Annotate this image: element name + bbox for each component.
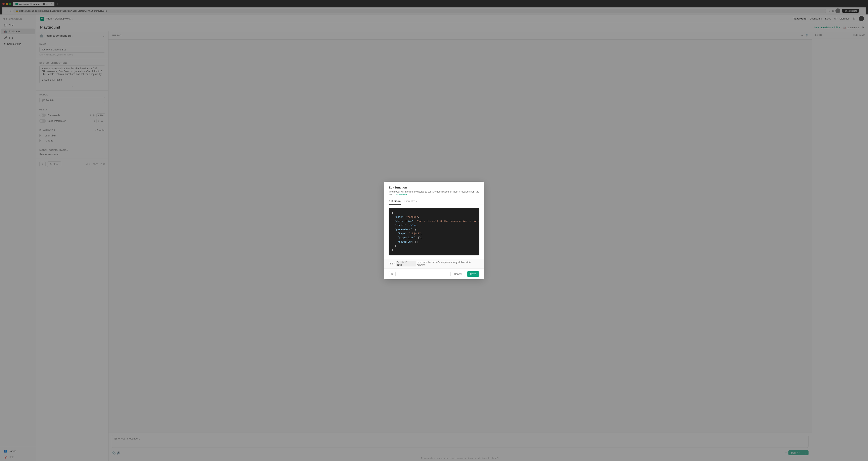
modal-actions: 🗑 Cancel Save <box>384 269 484 279</box>
modal-overlay[interactable]: Edit function The model will intelligent… <box>0 0 868 461</box>
modal-tabs: Definition Examples ⌄ <box>384 198 484 205</box>
hint-info-icon: ℹ <box>394 262 395 265</box>
modal-subtitle: The model will intelligently decide to c… <box>389 190 479 196</box>
code-line-4: "strict": false, <box>392 223 476 227</box>
modal-footer-hint: Add ℹ "strict": true to ensure the model… <box>384 258 484 269</box>
modal-body: { "name": "hangup", "description": "End'… <box>384 205 484 258</box>
code-line-10: } <box>392 248 476 252</box>
modal-learn-more-link[interactable]: Learn more. <box>395 193 407 196</box>
edit-function-modal: Edit function The model will intelligent… <box>384 182 484 279</box>
code-line-8: "required": [] <box>392 240 476 244</box>
code-line-1: { <box>392 211 476 215</box>
code-line-9: } <box>392 244 476 248</box>
modal-delete-button[interactable]: 🗑 <box>389 271 396 277</box>
tab-definition[interactable]: Definition <box>389 198 401 205</box>
examples-chevron-icon: ⌄ <box>416 200 417 202</box>
cancel-button[interactable]: Cancel <box>451 271 465 277</box>
save-button[interactable]: Save <box>467 271 479 277</box>
tab-examples[interactable]: Examples ⌄ <box>404 198 417 205</box>
code-editor[interactable]: { "name": "hangup", "description": "End'… <box>389 208 479 255</box>
hint-code: "strict": true <box>396 261 416 267</box>
code-line-6: "type": "object", <box>392 232 476 236</box>
code-line-7: "properties": {}, <box>392 236 476 240</box>
modal-header: Edit function The model will intelligent… <box>384 182 484 198</box>
code-line-2: "name": "hangup", <box>392 215 476 219</box>
modal-title: Edit function <box>389 186 479 189</box>
code-line-5: "parameters": { <box>392 228 476 232</box>
code-line-3: "description": "End's the call if the co… <box>392 219 476 223</box>
